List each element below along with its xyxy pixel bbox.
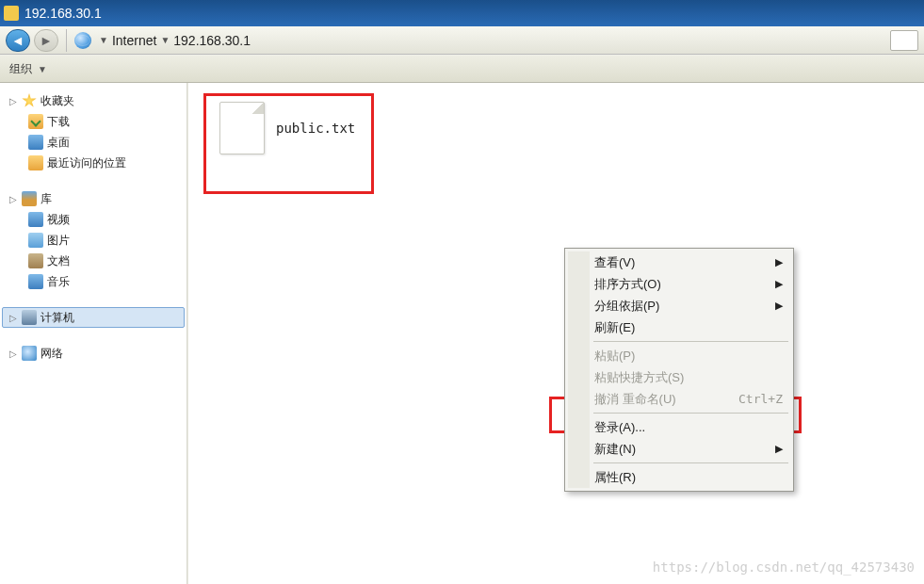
tree-pictures[interactable]: 图片	[2, 230, 185, 251]
star-icon	[22, 93, 37, 108]
tree-label: 库	[41, 191, 52, 207]
tree-desktop[interactable]: 桌面	[2, 132, 185, 153]
menu-label: 分组依据(P)	[594, 298, 659, 315]
tree-label: 下载	[47, 114, 70, 130]
video-icon	[28, 212, 43, 227]
tree-documents[interactable]: 文档	[2, 251, 185, 271]
menu-label: 粘贴(P)	[594, 348, 635, 365]
menu-label: 粘贴快捷方式(S)	[594, 369, 684, 386]
tree-label: 图片	[47, 233, 70, 249]
context-menu: 查看(V)▶ 排序方式(O)▶ 分组依据(P)▶ 刷新(E) 粘贴(P) 粘贴快…	[564, 248, 794, 492]
breadcrumb[interactable]: Internet ▼ 192.168.30.1	[112, 33, 251, 48]
submenu-arrow-icon: ▶	[775, 300, 783, 312]
tree-label: 最近访问的位置	[47, 155, 126, 171]
menu-accelerator: Ctrl+Z	[738, 392, 783, 406]
picture-icon	[28, 233, 43, 248]
tree-recent[interactable]: 最近访问的位置	[2, 153, 185, 173]
window-title: 192.168.30.1	[24, 6, 102, 21]
tree-favorites[interactable]: ▷ 收藏夹	[2, 90, 185, 111]
tree-computer[interactable]: ▷ 计算机	[2, 307, 185, 328]
submenu-arrow-icon: ▶	[775, 443, 783, 455]
file-item[interactable]: public.txt	[216, 98, 381, 158]
library-icon	[22, 191, 37, 206]
menu-label: 排序方式(O)	[594, 276, 661, 293]
menu-separator	[593, 462, 788, 463]
desktop-icon	[28, 135, 43, 150]
ctx-undo-rename: 撤消 重命名(U)Ctrl+Z	[568, 388, 790, 410]
recent-icon	[28, 155, 43, 170]
window-titlebar: 192.168.30.1	[0, 0, 924, 26]
expander-icon[interactable]: ▷	[8, 194, 18, 204]
breadcrumb-segment[interactable]: Internet	[112, 33, 156, 48]
globe-icon	[74, 32, 91, 49]
ctx-sort[interactable]: 排序方式(O)▶	[568, 273, 790, 295]
document-icon	[28, 253, 43, 268]
tree-downloads[interactable]: 下载	[2, 111, 185, 132]
tree-music[interactable]: 音乐	[2, 271, 185, 292]
search-box[interactable]	[890, 30, 918, 51]
music-icon	[28, 274, 43, 289]
text-file-icon	[219, 102, 265, 154]
ctx-login[interactable]: 登录(A)...	[568, 416, 790, 438]
menu-separator	[593, 413, 788, 414]
chevron-down-icon[interactable]: ▼	[99, 35, 108, 45]
tree-label: 视频	[47, 212, 70, 228]
folder-icon	[28, 114, 43, 129]
menu-label: 登录(A)...	[594, 419, 645, 436]
computer-icon	[22, 310, 37, 325]
menu-label: 刷新(E)	[594, 319, 635, 336]
ctx-group[interactable]: 分组依据(P)▶	[568, 295, 790, 316]
breadcrumb-segment[interactable]: 192.168.30.1	[173, 33, 251, 48]
expander-icon[interactable]: ▷	[8, 96, 18, 106]
file-list-pane[interactable]: public.txt	[187, 83, 924, 584]
tree-label: 文档	[47, 253, 70, 269]
ctx-new[interactable]: 新建(N)▶	[568, 438, 790, 460]
tree-libraries[interactable]: ▷ 库	[2, 188, 185, 209]
sidebar-tree[interactable]: ▷ 收藏夹 下载 桌面 最近访问的位置 ▷ 库 视频 图片 文档 音乐 ▷ 计算…	[0, 83, 187, 584]
expander-icon[interactable]: ▷	[8, 313, 18, 323]
organize-button[interactable]: 组织	[9, 61, 32, 77]
menu-label: 属性(R)	[594, 469, 636, 486]
menu-separator	[593, 341, 788, 342]
window-app-icon	[4, 6, 19, 21]
network-icon	[22, 346, 37, 361]
tree-label: 音乐	[47, 274, 70, 290]
menu-label: 查看(V)	[594, 254, 635, 271]
tree-label: 收藏夹	[41, 93, 74, 109]
forward-button[interactable]: ►	[34, 29, 58, 52]
tree-network[interactable]: ▷ 网络	[2, 343, 185, 364]
nav-toolbar: ◄ ► ▼ Internet ▼ 192.168.30.1	[0, 26, 924, 55]
nav-separator	[66, 29, 67, 52]
ctx-view[interactable]: 查看(V)▶	[568, 251, 790, 273]
tree-videos[interactable]: 视频	[2, 209, 185, 230]
ctx-refresh[interactable]: 刷新(E)	[568, 316, 790, 338]
submenu-arrow-icon: ▶	[775, 278, 783, 290]
menu-label: 新建(N)	[594, 441, 636, 458]
tree-label: 网络	[41, 346, 63, 362]
tree-label: 计算机	[41, 310, 74, 326]
menu-label: 撤消 重命名(U)	[594, 391, 676, 408]
organize-toolbar: 组织 ▼	[0, 55, 924, 83]
tree-label: 桌面	[47, 135, 70, 151]
chevron-down-icon[interactable]: ▼	[160, 35, 170, 45]
ctx-properties[interactable]: 属性(R)	[568, 466, 790, 488]
chevron-down-icon[interactable]: ▼	[38, 64, 47, 74]
submenu-arrow-icon: ▶	[775, 256, 783, 268]
expander-icon[interactable]: ▷	[8, 349, 18, 359]
ctx-paste-shortcut: 粘贴快捷方式(S)	[568, 366, 790, 388]
watermark: https://blog.csdn.net/qq_42573430	[653, 560, 915, 575]
back-button[interactable]: ◄	[6, 29, 30, 52]
ctx-paste: 粘贴(P)	[568, 345, 790, 366]
file-name: public.txt	[276, 121, 355, 136]
